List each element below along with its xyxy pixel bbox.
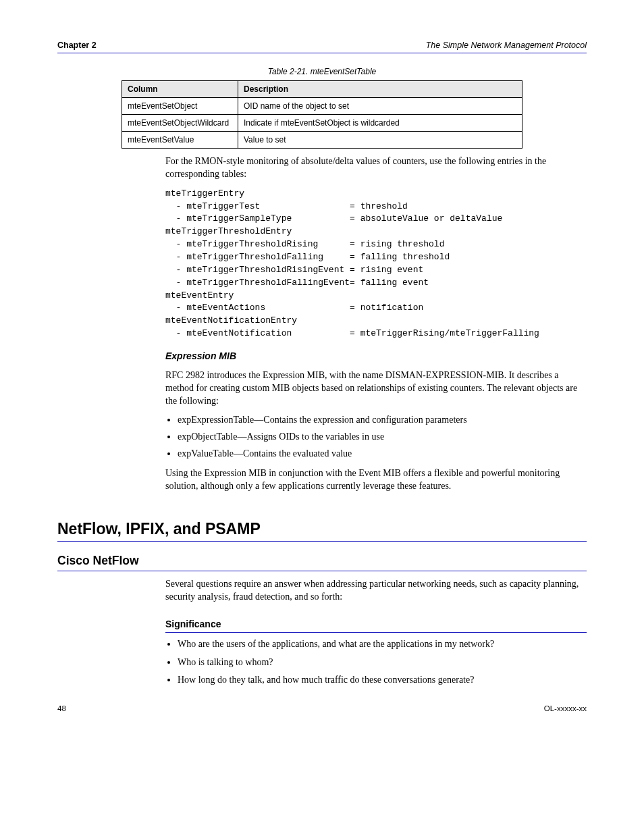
list-item: Who are the users of the applications, a… [178,638,587,651]
table-cell: mteEventSetObjectWildcard [122,115,238,132]
subsection-rule [57,571,587,571]
page-number: 48 [57,704,66,712]
subsection-heading: Expression MIB [165,350,587,363]
table-caption: Table 2-21. mteEventSetTable [57,67,587,76]
table-cell: Value to set [238,132,522,149]
table-header-cell: Column [122,81,238,98]
paragraph: RFC 2982 introduces the Expression MIB, … [165,369,587,408]
table-row: mteEventSetObjectWildcard Indicate if mt… [122,115,522,132]
trigger-set-table: Column Description mteEventSetObject OID… [122,80,522,149]
paragraph: Using the Expression MIB in conjunction … [165,467,587,493]
list-item: expValueTable—Contains the evaluated val… [178,448,587,461]
table-cell: OID name of the object to set [238,98,522,115]
page-header: Chapter 2 The Simple Network Management … [57,41,587,50]
list-item: expExpressionTable—Contains the expressi… [178,414,587,427]
table-row: mteEventSetObject OID name of the object… [122,98,522,115]
page-footer: 48 OL-xxxxx-xx [57,704,587,712]
section-title: NetFlow, IPFIX, and PSAMP [57,520,587,538]
table-cell: Indicate if mteEventSetObject is wildcar… [238,115,522,132]
paragraph: Several questions require an answer when… [165,578,587,604]
list-item: How long do they talk, and how much traf… [178,674,587,687]
list-item: Who is talking to whom? [178,656,587,669]
table-cell: mteEventSetValue [122,132,238,149]
paragraph: For the RMON-style monitoring of absolut… [165,155,587,181]
header-topic: The Simple Network Management Protocol [426,41,587,50]
sig-rule [165,632,587,633]
table-row: mteEventSetValue Value to set [122,132,522,149]
section-rule [57,541,587,542]
code-block: mteTriggerEntry - mteTriggerTest = thres… [165,188,587,340]
subsection-title: Cisco NetFlow [57,554,587,568]
header-rule [57,53,587,53]
table-header-cell: Description [238,81,522,98]
doc-id: OL-xxxxx-xx [544,704,587,712]
list-item: expObjectTable—Assigns OIDs to the varia… [178,431,587,444]
significance-heading: Significance [165,619,587,629]
table-cell: mteEventSetObject [122,98,238,115]
table-header-row: Column Description [122,81,522,98]
header-chapter: Chapter 2 [57,41,97,50]
